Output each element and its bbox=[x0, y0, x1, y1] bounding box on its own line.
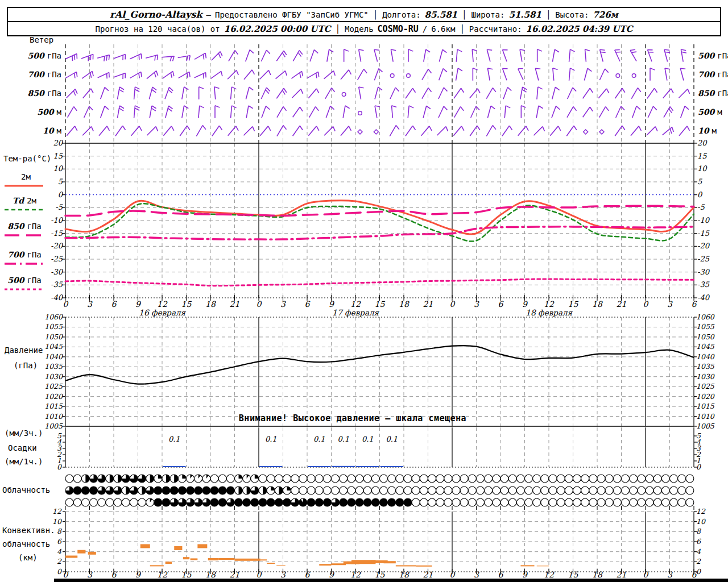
legend-num: 500 bbox=[7, 276, 27, 285]
legend-unit: гПа bbox=[27, 222, 41, 231]
cloud-symbol bbox=[630, 487, 638, 494]
wind-panel-title: Ветер bbox=[30, 35, 53, 44]
wind-row-label-850hpa-right: 850гПа bbox=[698, 89, 728, 98]
legend-unit: 2м bbox=[27, 196, 36, 205]
svg-text:6: 6 bbox=[692, 570, 697, 579]
cloud-symbol bbox=[428, 487, 436, 494]
svg-text:0: 0 bbox=[643, 570, 649, 579]
cloud-symbol bbox=[283, 498, 291, 506]
cloud-symbol bbox=[573, 475, 581, 483]
legend-num: Td bbox=[13, 196, 27, 205]
svg-text:-10: -10 bbox=[51, 216, 64, 225]
altitude-value: 726м bbox=[593, 10, 618, 20]
svg-text:8: 8 bbox=[57, 527, 62, 535]
svg-text:12: 12 bbox=[157, 570, 168, 579]
forecast-start-value: 16.02.2025 00:00 UTC bbox=[224, 24, 331, 34]
cloud-symbol bbox=[162, 487, 170, 494]
svg-text:-35: -35 bbox=[51, 280, 63, 289]
svg-text:0.1: 0.1 bbox=[313, 435, 325, 443]
cloud-symbol bbox=[573, 487, 581, 494]
precip-unit-1h: (мм/1ч.) bbox=[5, 457, 43, 466]
svg-text:-10: -10 bbox=[697, 216, 710, 225]
cloud-symbol bbox=[202, 487, 210, 494]
cloud-symbol bbox=[686, 475, 694, 483]
svg-text:-5: -5 bbox=[55, 203, 63, 211]
cloud-symbol bbox=[73, 475, 81, 483]
cloud-symbol bbox=[275, 475, 283, 483]
svg-text:-40: -40 bbox=[51, 293, 64, 302]
cloud-symbol bbox=[251, 498, 259, 506]
svg-text:15: 15 bbox=[375, 570, 386, 579]
header-meta-row: Прогноз на 120 часа(ов) от 16.02.2025 00… bbox=[8, 21, 720, 35]
svg-text:21: 21 bbox=[423, 300, 433, 309]
calm-diamond-icon bbox=[584, 130, 588, 134]
svg-text:15: 15 bbox=[181, 300, 192, 309]
cloud-symbol bbox=[154, 487, 162, 494]
cloud-symbol bbox=[187, 487, 195, 494]
cloud-fraction bbox=[271, 487, 275, 490]
model-label: Модель bbox=[345, 24, 374, 34]
cloud-symbol bbox=[686, 487, 694, 494]
svg-text:1050: 1050 bbox=[696, 332, 715, 341]
svg-text:20: 20 bbox=[697, 139, 708, 147]
cloud-symbol bbox=[605, 475, 613, 483]
cloud-symbol bbox=[412, 498, 420, 506]
svg-text:0: 0 bbox=[696, 463, 701, 471]
calm-diamond-icon bbox=[358, 130, 362, 134]
cloud-symbol bbox=[653, 487, 661, 494]
cloud-symbol bbox=[380, 498, 388, 506]
cloud-symbol bbox=[500, 475, 508, 483]
wind-row-label-10m-right: 10м bbox=[698, 126, 717, 135]
svg-text:9: 9 bbox=[329, 570, 334, 579]
temperature-series bbox=[65, 203, 694, 241]
svg-text:0: 0 bbox=[57, 567, 62, 576]
svg-text:1060: 1060 bbox=[44, 313, 63, 321]
svg-text:-25: -25 bbox=[697, 255, 710, 263]
cloud-fraction bbox=[158, 475, 162, 479]
cloud-symbol bbox=[436, 498, 444, 506]
svg-text:15: 15 bbox=[53, 152, 63, 160]
svg-text:1015: 1015 bbox=[696, 402, 715, 410]
svg-text:0: 0 bbox=[450, 300, 456, 309]
cloud-symbol bbox=[485, 475, 493, 483]
calm-circle-icon bbox=[342, 93, 346, 97]
cloud-symbol bbox=[516, 475, 524, 483]
forecast-label: Прогноз на 120 часа(ов) от bbox=[96, 24, 220, 34]
wind-row-level: 850 bbox=[27, 89, 47, 98]
precip-bar bbox=[163, 466, 186, 467]
svg-text:12: 12 bbox=[52, 507, 62, 516]
cloud-symbol bbox=[686, 498, 694, 506]
svg-text:6: 6 bbox=[692, 300, 697, 309]
cloud-symbol bbox=[275, 498, 283, 506]
wind-row-unit: гПа bbox=[717, 51, 728, 60]
svg-text:6: 6 bbox=[57, 537, 62, 546]
svg-text:21: 21 bbox=[423, 570, 433, 579]
svg-text:0: 0 bbox=[63, 300, 69, 309]
cloud-symbol bbox=[226, 475, 234, 483]
latitude-value: 51.581 bbox=[508, 10, 541, 20]
svg-text:0.1: 0.1 bbox=[362, 435, 374, 443]
bottom-black-strip bbox=[54, 579, 728, 582]
wind-barbs bbox=[65, 49, 690, 136]
svg-text:-20: -20 bbox=[697, 242, 710, 250]
cloud-symbol bbox=[565, 498, 573, 506]
legend-td2m: Td2м bbox=[5, 196, 44, 205]
cloud-symbol bbox=[420, 475, 428, 483]
cloud-symbol bbox=[557, 487, 565, 494]
cloud-symbol bbox=[291, 487, 299, 494]
svg-text:10: 10 bbox=[53, 164, 63, 173]
cloud-symbol bbox=[226, 487, 234, 494]
cloud-symbol bbox=[81, 487, 89, 494]
legend-num: 700 bbox=[7, 250, 27, 259]
cloud-symbol bbox=[468, 498, 476, 506]
wind-row-level: 500 bbox=[37, 107, 56, 117]
cloud-symbol bbox=[404, 487, 412, 494]
model-resolution: 6.6км bbox=[431, 24, 455, 34]
svg-text:6: 6 bbox=[111, 570, 117, 579]
cloud-fraction bbox=[247, 487, 251, 494]
svg-text:1030: 1030 bbox=[44, 372, 63, 381]
svg-text:18: 18 bbox=[592, 570, 603, 579]
cloud-symbol bbox=[307, 475, 315, 483]
svg-text:1035: 1035 bbox=[44, 362, 63, 371]
cloud-symbol bbox=[348, 475, 355, 483]
